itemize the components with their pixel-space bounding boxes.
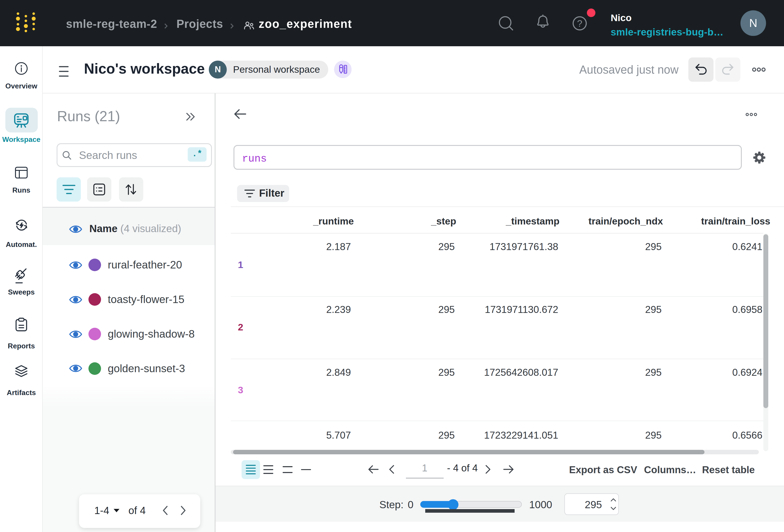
- svg-text:?: ?: [577, 18, 582, 29]
